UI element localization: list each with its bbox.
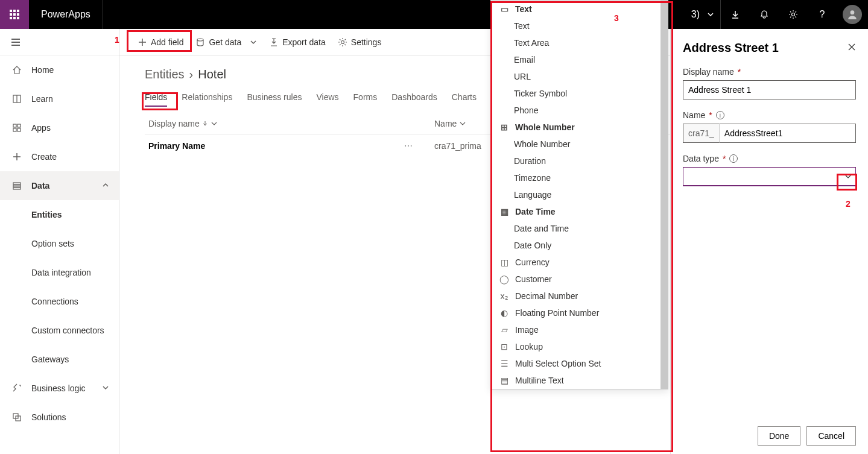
item-label: URL	[514, 72, 531, 81]
name-input[interactable]	[720, 124, 856, 143]
column-display-name[interactable]: Display name	[145, 119, 434, 128]
nav-data[interactable]: Data	[0, 171, 119, 200]
scroll-thumb[interactable]	[661, 1, 668, 389]
datatype-text[interactable]: Text	[491, 17, 668, 34]
notifications-button[interactable]	[750, 0, 779, 29]
get-data-split[interactable]	[247, 35, 263, 49]
tab-charts[interactable]: Charts	[452, 89, 477, 107]
person-icon: ◯	[499, 274, 509, 284]
cmd-label: Get data	[209, 37, 241, 47]
apps-icon	[11, 123, 23, 133]
chevron-down-icon	[250, 39, 257, 46]
tab-label: Dashboards	[391, 92, 437, 102]
datatype-ticker-symbol[interactable]: Ticker Symbol	[491, 85, 668, 102]
nav-data-integration[interactable]: Data integration	[0, 258, 119, 287]
datatype-floating-point[interactable]: ◐Floating Point Number	[491, 304, 668, 321]
cmd-label: Add field	[151, 37, 183, 47]
settings-button[interactable]: Settings	[332, 34, 388, 51]
app-launcher-button[interactable]	[0, 0, 29, 29]
close-panel-button[interactable]	[847, 43, 856, 54]
item-label: Text	[514, 21, 530, 31]
data-icon	[11, 181, 23, 191]
datatype-currency[interactable]: ◫Currency	[491, 254, 668, 271]
waffle-icon	[10, 10, 19, 19]
info-icon[interactable]: i	[716, 111, 724, 119]
datatype-image[interactable]: ▱Image	[491, 321, 668, 338]
tab-business-rules[interactable]: Business rules	[247, 89, 302, 107]
datatype-customer[interactable]: ◯Customer	[491, 271, 668, 288]
help-button[interactable]: ?	[808, 0, 837, 29]
button-label: Done	[769, 431, 789, 441]
download-button[interactable]	[721, 0, 750, 29]
calendar-icon: ▦	[499, 207, 509, 216]
text-icon: ▭	[499, 4, 509, 14]
datatype-phone[interactable]: Phone	[491, 102, 668, 119]
item-label: Floating Point Number	[515, 308, 599, 318]
datatype-email[interactable]: Email	[491, 51, 668, 68]
svg-rect-15	[13, 128, 16, 131]
name-prefix: cra71_	[683, 124, 720, 143]
datatype-language[interactable]: Language	[491, 186, 668, 203]
nav-business-logic[interactable]: Business logic	[0, 374, 119, 403]
tab-dashboards[interactable]: Dashboards	[391, 89, 437, 107]
nav-solutions[interactable]: Solutions	[0, 403, 119, 432]
datatype-whole-number[interactable]: Whole Number	[491, 136, 668, 153]
environment-picker[interactable]: 3)	[685, 0, 720, 29]
tab-label: Business rules	[247, 92, 302, 102]
hamburger-button[interactable]	[0, 29, 119, 55]
nav-gateways[interactable]: Gateways	[0, 345, 119, 374]
nav-learn[interactable]: Learn	[0, 84, 119, 113]
breadcrumb-separator: ›	[189, 68, 194, 81]
item-label: Image	[515, 325, 539, 335]
done-button[interactable]: Done	[758, 426, 800, 446]
row-more-button[interactable]: ⋯	[404, 141, 413, 151]
nav-create[interactable]: Create	[0, 142, 119, 171]
nav-home[interactable]: Home	[0, 55, 119, 84]
user-avatar[interactable]	[843, 5, 862, 24]
item-label: Date and Time	[514, 224, 569, 233]
app-name: PowerApps	[29, 9, 103, 20]
tab-fields[interactable]: Fields	[145, 89, 167, 107]
datatype-multi-select-option-set[interactable]: ☰Multi Select Option Set	[491, 355, 668, 372]
column-label: Name	[434, 119, 457, 128]
datatype-text-area[interactable]: Text Area	[491, 34, 668, 51]
datatype-date-and-time[interactable]: Date and Time	[491, 220, 668, 237]
add-field-button[interactable]: Add field	[131, 34, 189, 51]
button-label: Cancel	[818, 431, 844, 441]
datatype-url[interactable]: URL	[491, 68, 668, 85]
settings-button[interactable]	[779, 0, 808, 29]
annotation-label-1: 1	[115, 35, 119, 45]
display-name-input[interactable]	[683, 80, 856, 99]
divider	[103, 0, 103, 29]
info-icon[interactable]: i	[729, 154, 738, 163]
datatype-duration[interactable]: Duration	[491, 153, 668, 169]
tab-views[interactable]: Views	[316, 89, 338, 107]
item-label: Ticker Symbol	[514, 89, 567, 98]
multiselect-icon: ☰	[499, 359, 509, 368]
datatype-lookup[interactable]: ⊡Lookup	[491, 338, 668, 355]
datatype-date-only[interactable]: Date Only	[491, 237, 668, 254]
nav-custom-connectors[interactable]: Custom connectors	[0, 316, 119, 345]
datatype-group-text: ▭Text	[491, 1, 668, 17]
svg-rect-7	[13, 17, 16, 19]
gear-icon	[788, 10, 798, 19]
nav-entities[interactable]: Entities	[0, 200, 119, 229]
datatype-timezone[interactable]: Timezone	[491, 169, 668, 186]
nav-option-sets[interactable]: Option sets	[0, 229, 119, 258]
get-data-button[interactable]: Get data	[189, 34, 247, 51]
breadcrumb-entities[interactable]: Entities	[145, 68, 185, 81]
annotation-label-2: 2	[846, 199, 851, 209]
nav-apps[interactable]: Apps	[0, 113, 119, 142]
dropdown-scrollbar[interactable]	[661, 1, 668, 389]
datatype-select[interactable]	[683, 167, 856, 186]
cancel-button[interactable]: Cancel	[806, 426, 856, 446]
tab-relationships[interactable]: Relationships	[182, 89, 232, 107]
svg-rect-5	[17, 13, 19, 16]
nav-connections[interactable]: Connections	[0, 287, 119, 316]
datatype-dropdown: ▭Text Text Text Area Email URL Ticker Sy…	[490, 0, 668, 389]
display-name-label: Display name	[683, 67, 734, 77]
datatype-multiline-text[interactable]: ▤Multiline Text	[491, 372, 668, 389]
tab-forms[interactable]: Forms	[353, 89, 378, 107]
export-data-button[interactable]: Export data	[263, 34, 332, 51]
datatype-decimal-number[interactable]: x₂Decimal Number	[491, 288, 668, 304]
